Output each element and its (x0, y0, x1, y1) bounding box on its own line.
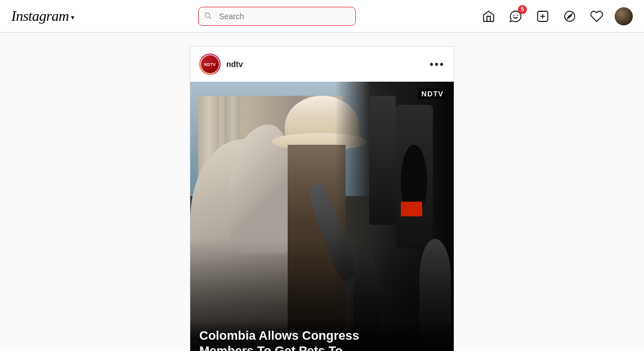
logo-container[interactable]: Instagram ▾ (11, 8, 74, 25)
activity-badge: 5 (518, 5, 527, 14)
search-container (198, 7, 356, 26)
red-equipment (401, 202, 422, 216)
feed: NDTV ndtv ••• (190, 46, 454, 351)
activity-icon[interactable]: 5 (507, 7, 525, 25)
search-input[interactable] (198, 7, 356, 26)
instagram-logo: Instagram (11, 8, 69, 25)
camera-shape-2 (369, 96, 396, 225)
post-image: NDTV Colombia Allows Congress Members To… (190, 82, 454, 351)
ndtv-avatar: NDTV (201, 55, 219, 73)
main-content: NDTV ndtv ••• (0, 33, 644, 351)
avatar-image (615, 7, 633, 25)
svg-point-0 (205, 12, 210, 17)
post-image-scene: NDTV Colombia Allows Congress Members To… (190, 82, 454, 351)
post-card: NDTV ndtv ••• (190, 46, 454, 351)
likes-icon[interactable] (588, 7, 606, 25)
new-post-icon[interactable] (534, 7, 552, 25)
caption-overlay: Colombia Allows Congress Members To Get … (190, 319, 454, 351)
header: Instagram ▾ 5 (0, 0, 644, 33)
chevron-down-icon: ▾ (71, 14, 74, 21)
search-icon (204, 11, 212, 21)
caption-text: Colombia Allows Congress Members To Get … (199, 328, 445, 351)
svg-marker-6 (567, 14, 572, 19)
ndtv-watermark: NDTV (418, 88, 447, 99)
explore-icon[interactable] (561, 7, 579, 25)
svg-line-1 (209, 17, 211, 19)
nav-icons: 5 (480, 7, 633, 25)
home-icon[interactable] (480, 7, 498, 25)
more-options-icon[interactable]: ••• (430, 59, 445, 70)
post-header-left: NDTV ndtv (199, 54, 243, 75)
profile-avatar-icon[interactable] (615, 7, 633, 25)
post-profile-avatar[interactable]: NDTV (199, 54, 221, 75)
post-username[interactable]: ndtv (226, 60, 243, 69)
post-header: NDTV ndtv ••• (190, 47, 454, 82)
